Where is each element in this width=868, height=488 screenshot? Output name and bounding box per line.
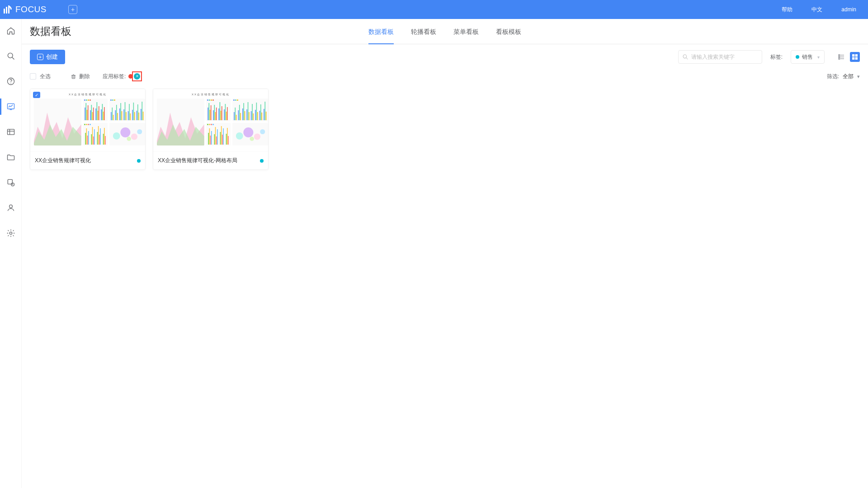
toolbar-right: 标签: 销售 ▾ (678, 50, 860, 64)
svg-rect-118 (245, 111, 245, 120)
svg-rect-146 (226, 134, 227, 145)
plus-icon: + (71, 6, 75, 13)
svg-rect-103 (219, 102, 220, 120)
sidebar-settings[interactable] (0, 228, 22, 239)
sidebar-datasource[interactable] (0, 177, 22, 188)
svg-rect-51 (112, 108, 113, 120)
svg-rect-50 (111, 112, 112, 120)
tag-filter-picker[interactable]: 销售 ▾ (791, 50, 825, 64)
view-toggle (836, 52, 860, 62)
svg-rect-87 (104, 128, 105, 145)
card-checked-icon[interactable]: ✓ (33, 92, 40, 98)
language-switch[interactable]: 中文 (811, 6, 822, 14)
mini-bar-chart-3 (83, 123, 108, 145)
svg-rect-46 (101, 109, 102, 120)
create-button[interactable]: + 创建 (30, 50, 65, 64)
thumb-title: XX企业销售规律可视化 (157, 93, 264, 97)
svg-rect-57 (121, 103, 122, 120)
svg-rect-127 (257, 112, 258, 120)
svg-rect-102 (218, 108, 219, 120)
search-input[interactable] (691, 54, 755, 60)
svg-point-92 (137, 129, 142, 134)
svg-rect-9 (7, 129, 14, 135)
mini-bar-chart-2 (232, 99, 268, 121)
svg-rect-37 (88, 105, 89, 120)
svg-point-91 (131, 133, 137, 140)
svg-rect-111 (235, 108, 236, 120)
svg-rect-27 (852, 57, 854, 60)
svg-rect-141 (217, 129, 218, 145)
svg-point-16 (9, 232, 12, 234)
svg-rect-47 (102, 104, 103, 120)
svg-rect-94 (208, 108, 208, 120)
card-title: XX企业销售规律可视化-网格布局 (158, 157, 237, 164)
tab-carousel-dashboard[interactable]: 轮播看板 (411, 28, 436, 44)
search-box[interactable] (678, 50, 762, 64)
svg-rect-129 (260, 104, 261, 120)
svg-point-3 (8, 53, 13, 58)
apply-tag-label: 应用标签: (103, 73, 126, 80)
svg-rect-45 (99, 106, 99, 120)
delete-label: 删除 (79, 73, 90, 80)
apply-tag-remove-icon[interactable]: × (134, 73, 140, 80)
logo-icon (4, 5, 12, 14)
mini-area-chart (34, 99, 81, 145)
svg-rect-36 (86, 110, 87, 120)
sidebar-table[interactable] (0, 127, 22, 137)
mini-bar-chart-1 (206, 99, 231, 121)
svg-rect-120 (248, 102, 249, 120)
mini-area-chart (157, 99, 204, 145)
page-title: 数据看板 (30, 24, 71, 38)
svg-rect-109 (227, 107, 228, 120)
thumb-title: XX企业销售规律可视化 (34, 93, 142, 97)
sidebar-dashboard[interactable] (0, 101, 22, 112)
svg-rect-100 (215, 112, 216, 120)
view-grid-button[interactable] (850, 52, 860, 62)
svg-rect-134 (208, 133, 209, 145)
svg-rect-78 (91, 134, 92, 145)
dashboard-card[interactable]: ✓ XX企业销售规律可视化 (30, 89, 146, 170)
home-icon (6, 26, 15, 35)
filter[interactable]: 筛选: 全部 ▾ (827, 73, 860, 80)
add-tab-button[interactable]: + (68, 5, 77, 14)
svg-point-152 (260, 129, 265, 134)
svg-rect-114 (239, 105, 240, 120)
svg-point-14 (12, 184, 13, 185)
svg-rect-35 (85, 103, 86, 120)
svg-rect-105 (222, 106, 222, 120)
sidebar-help[interactable] (0, 76, 22, 87)
select-all-checkbox[interactable] (30, 73, 36, 80)
tab-data-dashboard[interactable]: 数据看板 (368, 28, 394, 44)
svg-rect-133 (266, 112, 267, 120)
tab-dashboard-template[interactable]: 看板模板 (496, 28, 521, 44)
caret-down-icon: ▾ (817, 55, 820, 60)
sidebar-search[interactable] (0, 51, 22, 61)
svg-rect-81 (94, 129, 95, 145)
select-all[interactable]: 全选 (30, 73, 51, 80)
help-link[interactable]: 帮助 (782, 6, 793, 14)
svg-point-153 (250, 136, 254, 141)
svg-rect-126 (256, 103, 257, 120)
delete-button[interactable]: 删除 (71, 73, 90, 80)
svg-rect-130 (262, 113, 263, 120)
svg-rect-124 (253, 113, 254, 120)
svg-rect-115 (241, 113, 241, 120)
dashboard-card[interactable]: XX企业销售规律可视化 (153, 89, 269, 170)
svg-rect-59 (124, 109, 125, 120)
user-menu[interactable]: admin (841, 6, 856, 13)
sidebar-folder[interactable] (0, 152, 22, 163)
sidebar-home[interactable] (0, 25, 22, 36)
svg-rect-140 (216, 136, 217, 145)
svg-rect-58 (122, 111, 123, 120)
logo[interactable]: FOCUS (0, 5, 47, 14)
tab-menu-dashboard[interactable]: 菜单看板 (453, 28, 479, 44)
svg-rect-66 (133, 103, 134, 120)
tag-filter-value: 销售 (802, 53, 813, 61)
list-icon (838, 53, 845, 61)
svg-rect-128 (259, 111, 260, 120)
svg-rect-60 (125, 102, 126, 120)
svg-rect-143 (221, 126, 222, 145)
sidebar-user[interactable] (0, 202, 22, 213)
view-list-button[interactable] (836, 52, 846, 62)
tag-filter-label: 标签: (770, 53, 783, 61)
